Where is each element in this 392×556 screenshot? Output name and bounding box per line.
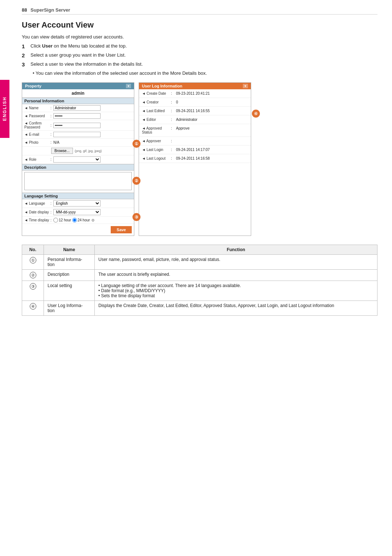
step-1-text: Click User on the Menu tab located at th… <box>30 43 377 49</box>
role-field-row: ◄ Role : <box>22 155 134 164</box>
table-row: ③ Local setting • Language setting of th… <box>22 281 377 301</box>
step-3-text: Select a user to view the information in… <box>30 61 377 67</box>
description-textarea[interactable] <box>24 172 132 190</box>
table-cell-num-3: ③ <box>22 281 44 301</box>
time-display-row: ◄ Time display : 12 hour 24 hour ⊙ <box>22 217 134 224</box>
language-label: ◄ Language <box>24 201 50 205</box>
last-login-row: ◄ Last Login : 09-24-2011 14:17:07 <box>139 146 251 154</box>
confirm-input[interactable] <box>53 123 101 128</box>
creator-row: ◄ Creator : 0 <box>139 98 251 107</box>
password-label: ◄ Password <box>24 114 50 118</box>
callout-2: ② <box>132 177 140 185</box>
24hour-label: 24 hour ⊙ <box>72 218 94 222</box>
description-section-header: Description <box>22 164 134 171</box>
table-cell-func-1: User name, password, email, picture, rol… <box>95 255 377 270</box>
main-content: 88 SuperSign Server User Account View Yo… <box>22 0 377 316</box>
create-date-value: 09-23-2011 20:41:21 <box>176 91 248 95</box>
bullet-item: • You can view the information of the se… <box>33 70 377 76</box>
admin-label: admin <box>22 89 134 98</box>
callout-3: ③ <box>132 213 140 221</box>
approver-label: ◄ Approver <box>142 139 171 143</box>
page-number: 88 <box>22 7 27 13</box>
last-login-value: 09-24-2011 14:17:07 <box>176 148 248 152</box>
callout-4: ④ <box>252 110 260 118</box>
date-display-label: ◄ Date display <box>24 210 50 214</box>
date-display-select[interactable]: MM-dd-yyyy <box>53 209 101 215</box>
table-row: ① Personal Informa-tion User name, passw… <box>22 255 377 270</box>
intro-text: You can view details of registered user … <box>22 34 377 40</box>
user-log-panel: User Log Information ▼ ◄ Create Date : 0… <box>139 82 251 236</box>
email-label: ◄ E-mail <box>24 132 50 136</box>
email-field-row: ◄ E-mail : <box>22 131 134 139</box>
step-3-num: 3 <box>22 61 28 68</box>
page-header: 88 SuperSign Server <box>22 7 377 15</box>
side-tab-label: ENGLISH <box>2 97 7 121</box>
date-display-row: ◄ Date display : MM-dd-yyyy <box>22 208 134 217</box>
step-1: 1 Click User on the Menu tab located at … <box>22 43 377 49</box>
step-2-num: 2 <box>22 52 28 58</box>
role-select[interactable] <box>53 156 101 163</box>
callout-1: ① <box>132 140 140 148</box>
language-setting-header: Language Setting <box>22 193 134 199</box>
name-label: ◄ Name <box>24 106 50 110</box>
step-2-text: Select a user group you want in the User… <box>30 52 377 58</box>
table-header-function: Function <box>95 245 377 255</box>
24hour-icon: ⊙ <box>91 218 94 222</box>
last-login-label: ◄ Last Login <box>142 148 171 152</box>
step-2: 2 Select a user group you want in the Us… <box>22 52 377 58</box>
name-field-row: ◄ Name : <box>22 104 134 112</box>
table-cell-name-2: Description <box>44 270 95 281</box>
table-cell-name-1: Personal Informa-tion <box>44 255 95 270</box>
side-english-tab: ENGLISH <box>0 80 9 138</box>
log-dropdown-arrow[interactable]: ▼ <box>243 84 248 88</box>
name-input[interactable] <box>53 105 101 111</box>
description-area <box>22 171 134 193</box>
email-input[interactable] <box>53 132 101 137</box>
property-panel: Property ▼ admin Personal Information ◄ … <box>22 82 134 236</box>
confirm-field-row: ◄ ConfirmPassword : <box>22 120 134 131</box>
creator-label: ◄ Creator <box>142 100 171 104</box>
confirm-label: ◄ ConfirmPassword <box>24 121 50 129</box>
step-3: 3 Select a user to view the information … <box>22 61 377 68</box>
approver-row: ◄ Approver : <box>139 137 251 146</box>
time-display-label: ◄ Time display <box>24 218 50 222</box>
approved-status-row: ◄ ApprovedStatus : Approve <box>139 124 251 137</box>
table-cell-name-3: Local setting <box>44 281 95 301</box>
property-dropdown-arrow[interactable]: ▼ <box>126 84 131 88</box>
table-cell-num-4: ④ <box>22 301 44 316</box>
create-date-row: ◄ Create Date : 09-23-2011 20:41:21 <box>139 89 251 98</box>
table-cell-func-4: Displays the Create Date, Creator, Last … <box>95 301 377 316</box>
save-button[interactable]: Save <box>111 226 132 233</box>
table-row: ② Description The user account is briefl… <box>22 270 377 281</box>
browse-area: Browse... (png, gif, jpg, jpeg) <box>22 147 134 155</box>
photo-label: ◄ Photo <box>24 140 50 144</box>
step-1-num: 1 <box>22 43 28 49</box>
create-date-label: ◄ Create Date <box>142 91 171 95</box>
table-row: ④ User Log Informa-tion Displays the Cre… <box>22 301 377 316</box>
browse-button[interactable]: Browse... <box>51 148 73 154</box>
user-log-panel-header: User Log Information ▼ <box>139 83 251 89</box>
editor-value: Administrator <box>176 118 248 122</box>
password-input[interactable] <box>53 113 101 119</box>
ui-screenshot: Property ▼ admin Personal Information ◄ … <box>22 82 377 236</box>
editor-label: ◄ Editor <box>142 118 171 122</box>
last-logout-value: 09-24-2011 14:16:58 <box>176 156 248 160</box>
property-panel-header: Property ▼ <box>22 83 134 89</box>
language-field-row: ◄ Language : English <box>22 199 134 208</box>
24hour-radio[interactable] <box>72 218 77 222</box>
save-row: Save <box>22 224 134 236</box>
last-edited-value: 09-24-2011 14:16:55 <box>176 109 248 113</box>
12hour-label: 12 hour <box>53 218 71 222</box>
last-logout-label: ◄ Last Logout <box>142 156 171 160</box>
personal-info-header: Personal Information <box>22 98 134 104</box>
table-cell-num-1: ① <box>22 255 44 270</box>
12hour-radio[interactable] <box>53 218 58 222</box>
photo-field-row: ◄ Photo : N/A <box>22 139 134 147</box>
password-field-row: ◄ Password : <box>22 112 134 120</box>
brand-name: SuperSign Server <box>30 7 70 13</box>
language-select[interactable]: English <box>53 200 101 207</box>
editor-row: ◄ Editor : Administrator <box>139 115 251 124</box>
table-cell-func-3: • Language setting of the user account. … <box>95 281 377 301</box>
creator-value: 0 <box>176 100 248 104</box>
table-cell-name-4: User Log Informa-tion <box>44 301 95 316</box>
